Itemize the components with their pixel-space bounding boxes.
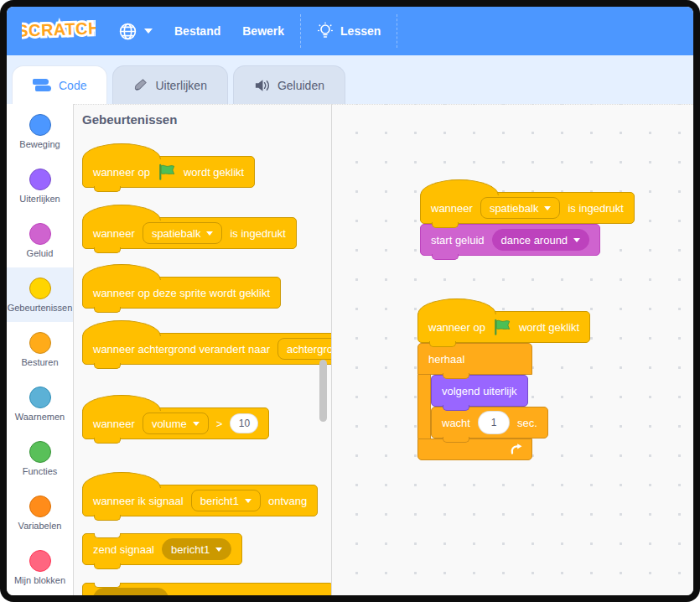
script-when-flag-repeat: wanneer op wordt geklikt herhaal — [417, 311, 590, 460]
wait-seconds-input[interactable]: 1 — [478, 411, 510, 434]
category-label: Geluid — [27, 248, 54, 258]
message-dropdown[interactable]: bericht1 — [162, 538, 231, 560]
variabelen-category-icon — [29, 496, 51, 517]
menu-bewerk[interactable]: Bewerk — [231, 7, 295, 55]
geluid-category-icon — [29, 223, 51, 245]
category-gebeurtenissen[interactable]: Gebeurtenissen — [7, 267, 73, 322]
block-label: > — [216, 418, 223, 430]
block-when-key-pressed[interactable]: wanneer spatiebalk is ingedrukt — [82, 217, 297, 249]
besturen-category-icon — [29, 332, 51, 354]
block-start-sound[interactable]: start geluid dance around — [420, 224, 600, 256]
menu-bestand[interactable]: Bestand — [163, 7, 231, 55]
palette-scrollbar[interactable] — [319, 360, 327, 422]
functies-category-icon — [29, 441, 51, 463]
block-label: start geluid — [431, 234, 485, 247]
waarnemen-category-icon — [29, 387, 51, 408]
menu-bestand-label: Bestand — [174, 24, 220, 38]
block-label: volgend uiterlijk — [442, 385, 517, 397]
key-dropdown[interactable]: spatiebalk — [143, 222, 223, 244]
mijn-blokken-category-icon — [29, 550, 51, 572]
category-label: Uiterlijken — [19, 194, 60, 204]
loop-arrow-icon — [510, 444, 523, 455]
backdrop-dropdown[interactable]: achtergro — [277, 338, 332, 360]
category-mijn-blokken[interactable]: Mijn blokken — [7, 540, 73, 594]
message-dropdown[interactable] — [93, 588, 169, 595]
block-when-i-receive[interactable]: wanneer ik signaal bericht1 ontvang — [82, 485, 318, 516]
window-frame: SCRATCH Bestand Bewerk — [0, 0, 700, 602]
menu-lessen[interactable]: Lessen — [306, 7, 391, 55]
menu-bewerk-label: Bewerk — [242, 24, 284, 38]
green-flag-icon — [158, 163, 176, 180]
uiterlijken-category-icon — [29, 169, 51, 190]
repeat-block-arm — [417, 375, 431, 439]
tab-geluiden[interactable]: Geluiden — [233, 65, 345, 104]
speaker-icon — [254, 79, 270, 92]
block-wait-seconds[interactable]: wacht 1 sec. — [431, 407, 548, 439]
block-when-greater-than[interactable]: wanneer volume > 10 — [82, 407, 269, 439]
lightbulb-icon — [317, 22, 334, 40]
dropdown-caret-icon — [544, 206, 551, 210]
sensor-dropdown[interactable]: volume — [143, 413, 209, 434]
menu-divider — [397, 14, 397, 48]
category-sidebar: Beweging Uiterlijken Geluid Gebeurteniss… — [7, 104, 74, 595]
block-label: wanneer op — [93, 166, 150, 179]
key-dropdown[interactable]: spatiebalk — [480, 197, 561, 219]
category-label: Functies — [23, 466, 58, 476]
block-label: wanneer — [431, 202, 473, 215]
svg-text:SCRATCH: SCRATCH — [22, 18, 96, 39]
script-when-key-play-sound: wanneer spatiebalk is ingedrukt start ge… — [420, 192, 635, 256]
scratch-logo[interactable]: SCRATCH — [22, 14, 96, 48]
tab-uiterlijken[interactable]: Uiterlijken — [112, 65, 227, 104]
language-selector[interactable] — [107, 7, 163, 55]
dropdown-caret-icon — [573, 238, 580, 242]
code-blocks-icon — [33, 77, 51, 93]
block-next-costume[interactable]: volgend uiterlijk — [431, 375, 528, 407]
category-waarnemen[interactable]: Waarnemen — [7, 376, 73, 431]
block-broadcast-and-wait[interactable] — [82, 583, 332, 595]
chevron-down-icon — [144, 29, 153, 34]
threshold-input[interactable]: 10 — [230, 413, 258, 433]
brush-icon — [133, 78, 148, 92]
block-when-flag-clicked[interactable]: wanneer op wordt geklikt — [417, 311, 590, 343]
message-dropdown[interactable]: bericht1 — [191, 490, 261, 511]
category-uiterlijken[interactable]: Uiterlijken — [7, 158, 73, 213]
menu-lessen-label: Lessen — [340, 24, 381, 38]
block-label: wanneer op — [428, 321, 485, 334]
block-label: is ingedrukt — [230, 227, 285, 240]
beweging-category-icon — [29, 114, 51, 136]
repeat-block-header[interactable]: herhaal — [417, 343, 532, 375]
main-area: Beweging Uiterlijken Geluid Gebeurteniss… — [7, 104, 693, 595]
scratch-app: SCRATCH Bestand Bewerk — [7, 7, 693, 595]
block-label: wanneer ik signaal — [93, 495, 184, 507]
block-label: wanneer achtergrond verandert naar — [93, 343, 270, 355]
category-label: Gebeurtenissen — [8, 303, 73, 313]
tab-code[interactable]: Code — [12, 65, 107, 104]
tab-bar: Code Uiterlijken Geluiden — [7, 55, 693, 104]
block-label: zend signaal — [93, 543, 154, 556]
scratch-logo-icon: SCRATCH — [22, 14, 96, 44]
dropdown-caret-icon — [206, 231, 213, 236]
menu-bar: SCRATCH Bestand Bewerk — [7, 7, 693, 55]
block-when-key-pressed[interactable]: wanneer spatiebalk is ingedrukt — [420, 192, 635, 224]
category-label: Variabelen — [18, 521, 62, 531]
block-label: herhaal — [428, 353, 464, 366]
category-variabelen[interactable]: Variabelen — [7, 485, 73, 540]
menu-divider — [300, 14, 301, 48]
block-palette: Gebeurtenissen wanneer op wordt geklikt … — [74, 104, 332, 595]
block-when-backdrop-switches[interactable]: wanneer achtergrond verandert naar achte… — [82, 333, 332, 365]
category-geluid[interactable]: Geluid — [7, 213, 73, 267]
green-flag-icon — [493, 319, 511, 335]
globe-icon — [118, 22, 137, 41]
block-label: sec. — [517, 417, 537, 429]
code-canvas[interactable]: wanneer spatiebalk is ingedrukt start ge… — [332, 104, 693, 595]
category-beweging[interactable]: Beweging — [7, 104, 73, 158]
sound-dropdown[interactable]: dance around — [492, 229, 590, 251]
category-besturen[interactable]: Besturen — [7, 322, 73, 376]
repeat-block-footer[interactable] — [417, 439, 532, 460]
block-when-sprite-clicked[interactable]: wanneer op deze sprite wordt geklikt — [82, 277, 281, 309]
category-functies[interactable]: Functies — [7, 431, 73, 485]
category-label: Mijn blokken — [14, 575, 65, 585]
block-broadcast[interactable]: zend signaal bericht1 — [82, 533, 242, 565]
block-when-flag-clicked[interactable]: wanneer op wordt geklikt — [82, 156, 255, 188]
block-repeat-loop[interactable]: herhaal volgend uiterlijk wacht 1 sec. — [417, 343, 548, 460]
